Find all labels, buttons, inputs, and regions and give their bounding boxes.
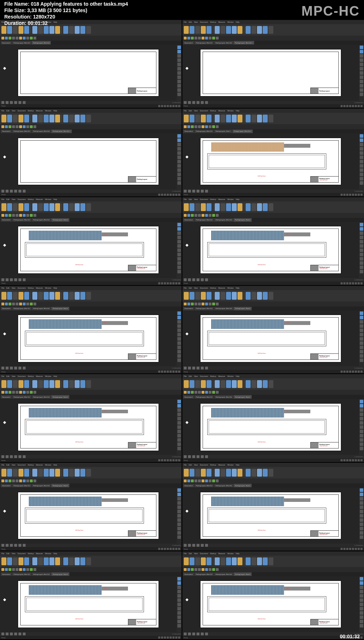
quick-tool-icon[interactable] <box>23 37 26 40</box>
panel-tool-icon[interactable] <box>360 134 363 138</box>
tool-icon[interactable] <box>251 203 256 211</box>
panel-tool-icon[interactable] <box>360 354 363 358</box>
status-icon[interactable] <box>352 548 354 550</box>
tool-icon[interactable] <box>63 203 68 211</box>
tool-icon[interactable] <box>268 203 273 211</box>
view-tool-icon[interactable] <box>10 101 13 104</box>
menu-item[interactable]: Edit <box>6 287 10 289</box>
thumbnail[interactable]: FileEditViewDocumentMarkupMeasureWindowH… <box>0 20 182 108</box>
quick-tool-icon[interactable] <box>205 479 208 482</box>
tool-icon[interactable] <box>195 203 200 211</box>
drawing-canvas[interactable]: Parking Layout <box>0 45 177 101</box>
view-tool-icon[interactable] <box>201 367 204 369</box>
status-icon[interactable] <box>346 105 348 107</box>
status-icon[interactable] <box>346 194 348 196</box>
quick-tool-icon[interactable] <box>184 391 187 394</box>
quick-tool-icon[interactable] <box>26 303 29 305</box>
tool-icon[interactable] <box>75 469 80 477</box>
document-tab[interactable]: Parking Layout - Elect 3-2 <box>194 130 214 133</box>
tool-icon[interactable] <box>215 292 220 300</box>
status-icon[interactable] <box>158 282 160 284</box>
document-tab[interactable]: Parking Layout - Elect 3-4 <box>214 41 233 44</box>
tool-icon[interactable] <box>69 380 74 388</box>
drawing-canvas[interactable]: Floor1234 Fake StreetParking Layout1234 … <box>0 222 177 278</box>
panel-tool-icon[interactable] <box>177 160 181 163</box>
quick-tool-icon[interactable] <box>202 37 204 40</box>
quick-tool-icon[interactable] <box>26 214 29 217</box>
panel-tool-icon[interactable] <box>360 177 363 180</box>
quick-tool-icon[interactable] <box>205 303 208 305</box>
panel-tool-icon[interactable] <box>360 421 363 425</box>
view-tool-icon[interactable] <box>184 455 187 458</box>
tool-icon[interactable] <box>268 557 273 565</box>
quick-tool-icon[interactable] <box>184 303 187 305</box>
drawing-canvas[interactable]: Floor1234 Fake StreetParking Layout1234 … <box>0 576 177 632</box>
document-tab[interactable]: Parking Layout - Final 4 <box>234 572 251 576</box>
tool-icon[interactable] <box>63 292 68 300</box>
tool-icon[interactable] <box>44 292 49 300</box>
status-icon[interactable] <box>161 548 163 550</box>
tool-icon[interactable] <box>1 380 6 388</box>
view-tool-icon[interactable] <box>184 544 187 547</box>
panel-tool-icon[interactable] <box>360 71 363 75</box>
tool-icon[interactable] <box>215 380 220 388</box>
status-icon[interactable] <box>358 459 360 461</box>
document-tab[interactable]: Documents ▾ <box>1 130 12 133</box>
tool-icon[interactable] <box>215 469 220 477</box>
quick-tool-icon[interactable] <box>33 568 36 571</box>
tool-icon[interactable] <box>237 469 242 477</box>
view-tool-icon[interactable] <box>201 633 204 635</box>
tool-icon[interactable] <box>237 557 242 565</box>
panel-tool-icon[interactable] <box>177 329 181 332</box>
tool-icon[interactable] <box>38 292 43 300</box>
panel-tool-icon[interactable] <box>360 138 363 142</box>
menu-item[interactable]: File <box>1 198 4 200</box>
status-icon[interactable] <box>172 548 175 550</box>
tool-icon[interactable] <box>55 557 60 565</box>
view-tool-icon[interactable] <box>18 367 21 369</box>
panel-tool-icon[interactable] <box>177 400 181 403</box>
tool-icon[interactable] <box>69 292 74 300</box>
panel-tool-icon[interactable] <box>177 177 181 180</box>
tool-icon[interactable] <box>32 292 37 300</box>
panel-tool-icon[interactable] <box>360 438 363 442</box>
thumbnail[interactable]: FileEditViewDocumentMarkupMeasureWindowH… <box>182 109 364 196</box>
tool-icon[interactable] <box>189 26 194 34</box>
quick-tool-icon[interactable] <box>9 303 11 305</box>
view-tool-icon[interactable] <box>18 544 21 547</box>
menu-item[interactable]: View <box>194 464 198 466</box>
document-tab[interactable]: Parking Layout - Elect 3-2 <box>12 484 31 487</box>
quick-tool-icon[interactable] <box>202 125 204 128</box>
panel-tool-icon[interactable] <box>177 58 181 62</box>
menu-item[interactable]: Markup <box>210 375 216 377</box>
status-icon[interactable] <box>164 194 166 196</box>
menu-item[interactable]: File <box>1 110 4 112</box>
document-tab[interactable]: Parking Layout - Elect 3-4 <box>32 130 51 133</box>
panel-tool-icon[interactable] <box>177 316 181 319</box>
panel-tool-icon[interactable] <box>360 240 363 243</box>
document-tab[interactable]: Parking Layout - Final 4 <box>234 218 251 222</box>
tool-icon[interactable] <box>13 469 18 477</box>
menu-item[interactable]: Document <box>17 552 26 555</box>
quick-tool-icon[interactable] <box>202 214 204 217</box>
panel-tool-icon[interactable] <box>177 577 181 581</box>
menu-item[interactable]: Help <box>236 464 239 466</box>
quick-tool-icon[interactable] <box>187 568 190 571</box>
tool-icon[interactable] <box>86 115 91 122</box>
quick-tool-icon[interactable] <box>216 303 219 305</box>
status-icon[interactable] <box>349 282 351 284</box>
tool-icon[interactable] <box>86 26 91 34</box>
tool-icon[interactable] <box>1 292 6 300</box>
quick-tool-icon[interactable] <box>212 125 215 128</box>
thumbnail[interactable]: FileEditViewDocumentMarkupMeasureWindowH… <box>182 197 364 285</box>
view-tool-icon[interactable] <box>192 455 195 458</box>
status-icon[interactable] <box>355 105 357 107</box>
quick-tool-icon[interactable] <box>12 568 15 571</box>
quick-tool-icon[interactable] <box>191 37 194 40</box>
tool-icon[interactable] <box>263 115 268 122</box>
status-icon[interactable] <box>358 371 360 373</box>
drawing-canvas[interactable]: Floor1234 Fake StreetParking Layout1234 … <box>0 311 177 367</box>
quick-tool-icon[interactable] <box>9 391 11 394</box>
status-icon[interactable] <box>158 371 160 373</box>
view-tool-icon[interactable] <box>192 633 195 635</box>
